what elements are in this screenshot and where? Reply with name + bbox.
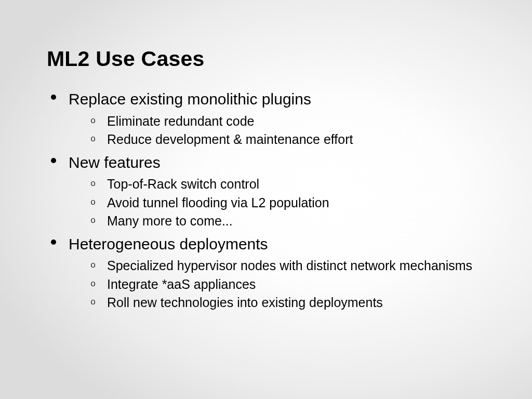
list-item: Heterogeneous deployments Specialized hy… xyxy=(47,234,501,312)
list-item: Integrate *aaS appliances xyxy=(90,275,501,294)
slide-title: ML2 Use Cases xyxy=(47,47,501,71)
bullet-text: New features xyxy=(69,154,161,171)
list-item: Replace existing monolithic plugins Elim… xyxy=(47,89,501,149)
bullet-text: Heterogeneous deployments xyxy=(69,235,268,252)
list-item: Reduce development & maintenance effort xyxy=(90,130,501,149)
list-item: New features Top-of-Rack switch control … xyxy=(47,152,501,231)
sub-list: Eliminate redundant code Reduce developm… xyxy=(69,112,501,149)
sub-list: Specialized hypervisor nodes with distin… xyxy=(69,257,501,312)
list-item: Many more to come... xyxy=(90,212,501,231)
list-item: Roll new technologies into existing depl… xyxy=(90,294,501,312)
list-item: Top-of-Rack switch control xyxy=(90,175,501,194)
list-item: Eliminate redundant code xyxy=(90,112,501,131)
bullet-text: Replace existing monolithic plugins xyxy=(69,90,311,108)
list-item: Specialized hypervisor nodes with distin… xyxy=(90,257,501,275)
slide: ML2 Use Cases Replace existing monolithi… xyxy=(0,0,532,399)
bullet-list: Replace existing monolithic plugins Elim… xyxy=(47,89,501,312)
sub-list: Top-of-Rack switch control Avoid tunnel … xyxy=(69,175,501,231)
list-item: Avoid tunnel flooding via L2 population xyxy=(90,194,501,212)
